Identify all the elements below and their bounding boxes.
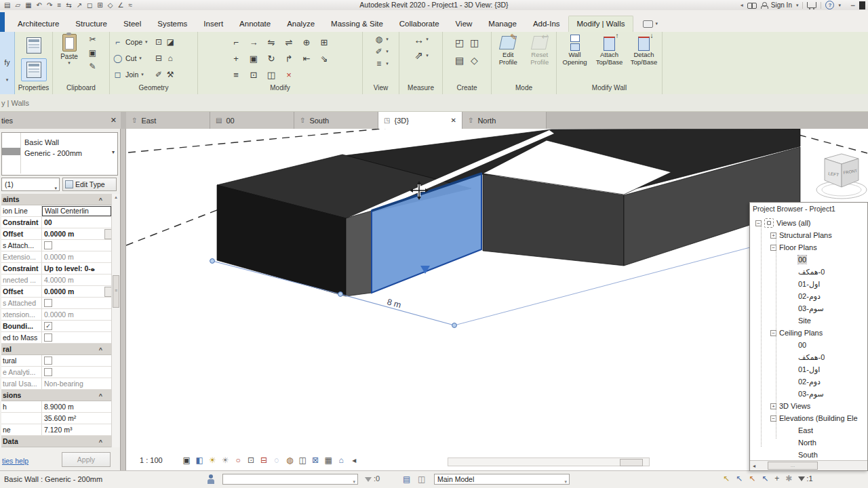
property-checkbox[interactable] bbox=[44, 299, 52, 307]
tree-item[interactable]: 02-دوم bbox=[750, 375, 867, 388]
properties-scrollbar[interactable]: ▴ ≡ bbox=[111, 194, 120, 447]
split-face-icon[interactable]: ⊟ bbox=[153, 53, 165, 64]
show-constraints-icon[interactable]: ⊠ bbox=[309, 455, 322, 465]
project-browser-title[interactable]: Project Browser - Project1 bbox=[750, 203, 867, 217]
view-tab[interactable]: ▤ 00 ✕ bbox=[210, 112, 294, 129]
instance-filter-dropdown[interactable]: (1) ▾ bbox=[1, 178, 60, 191]
property-value[interactable]: 0.0000 m bbox=[42, 252, 104, 262]
property-row[interactable]: Constraint Up to level: 0-ه bbox=[1, 263, 112, 274]
property-row[interactable]: ion Line Wall Centerlin bbox=[1, 205, 112, 217]
property-row[interactable]: Constraint 00 bbox=[1, 217, 112, 228]
qat-icon[interactable]: ∠ bbox=[117, 2, 123, 9]
array-icon[interactable]: ⊞ bbox=[319, 37, 330, 47]
copy-icon[interactable]: ▣ bbox=[248, 53, 260, 64]
tree-item-label[interactable]: Elevations (Building Ele bbox=[779, 414, 858, 422]
create-group-icon[interactable]: ◰ bbox=[454, 37, 465, 48]
edit-type-button[interactable]: Edit Type bbox=[62, 178, 117, 191]
type-selector[interactable]: Basic Wall Generic - 200mm ▾ bbox=[1, 132, 118, 176]
temporary-view-properties-icon[interactable]: ◫ bbox=[296, 455, 309, 465]
match-type-icon[interactable]: ✎ bbox=[87, 61, 98, 72]
drag-on-selection-icon[interactable]: + bbox=[774, 474, 779, 483]
tree-item-label[interactable]: Floor Plans bbox=[779, 243, 817, 251]
qat-icon[interactable]: ↶ bbox=[37, 2, 42, 9]
qat-icon[interactable]: ⇆ bbox=[66, 2, 71, 9]
property-value[interactable]: 7.120 m³ bbox=[42, 425, 104, 435]
create-similar-icon[interactable]: ◫ bbox=[469, 37, 480, 48]
tree-item[interactable]: 3D Views bbox=[750, 400, 867, 412]
analytical-icon[interactable]: ⌂ bbox=[335, 455, 348, 465]
property-row[interactable]: tural bbox=[1, 355, 112, 367]
tree-item-label[interactable]: 0-همکف bbox=[798, 353, 825, 362]
ribbon-tab[interactable]: View bbox=[448, 16, 481, 32]
ribbon-tab[interactable]: Architecture bbox=[9, 16, 67, 32]
dimension-value[interactable]: 8 m bbox=[386, 297, 402, 310]
offset-icon[interactable]: → bbox=[248, 37, 260, 47]
tree-item-label[interactable]: Views (all) bbox=[776, 219, 811, 227]
properties-help-link[interactable]: ties help bbox=[2, 457, 28, 465]
detach-top-base-button[interactable]: Detach Top/Base bbox=[629, 34, 659, 83]
thin-lines-icon[interactable]: ≡ ▾ bbox=[373, 58, 389, 69]
tree-item-label[interactable]: Ceiling Plans bbox=[779, 329, 823, 337]
tree-item[interactable]: 00 bbox=[750, 339, 867, 351]
tree-item[interactable]: Views (all) bbox=[750, 217, 867, 229]
tree-item-label[interactable]: 02-دوم bbox=[798, 378, 821, 386]
tree-item-label[interactable]: 3D Views bbox=[779, 402, 810, 410]
property-row[interactable]: s Attach... bbox=[1, 240, 112, 251]
help-dropdown-icon[interactable]: ▾ bbox=[838, 3, 841, 8]
qat-icon[interactable]: ⊞ bbox=[97, 2, 102, 9]
scroll-left-icon[interactable]: ◂ bbox=[750, 463, 758, 469]
canvas-horizontal-scrollbar[interactable] bbox=[448, 458, 650, 466]
sun-path-icon[interactable]: ☀ bbox=[206, 455, 219, 465]
qat-icon[interactable]: ◻ bbox=[87, 2, 92, 9]
tree-item[interactable]: East bbox=[750, 424, 867, 436]
measure-along-icon[interactable]: ⇗ ▾ bbox=[413, 50, 429, 61]
qat-icon[interactable]: ▱ bbox=[15, 2, 20, 9]
tree-item[interactable]: 03-سوم bbox=[750, 302, 867, 314]
tree-item-label[interactable]: 01-اول bbox=[798, 280, 820, 289]
property-row[interactable]: ral bbox=[1, 344, 112, 355]
type-selector-dropdown-icon[interactable]: ▾ bbox=[112, 149, 115, 155]
tree-item[interactable]: 02-دوم bbox=[750, 290, 867, 302]
attach-top-base-button[interactable]: Attach Top/Base bbox=[594, 34, 625, 83]
property-row[interactable]: ne 7.120 m³ bbox=[1, 424, 112, 436]
property-value[interactable]: 0.0000 m bbox=[42, 229, 104, 239]
qat-icon[interactable]: ≈ bbox=[128, 2, 132, 9]
tree-item-label[interactable]: South bbox=[798, 451, 818, 459]
property-value[interactable]: Up to level: 0-ه bbox=[42, 264, 104, 274]
cut-icon[interactable]: ✂ bbox=[87, 34, 98, 45]
view-tab[interactable]: ⇧ East ✕ bbox=[126, 112, 210, 129]
tree-item[interactable]: Floor Plans bbox=[750, 241, 867, 253]
ribbon-display-toggle[interactable]: ▾ bbox=[643, 16, 658, 32]
worksets-icon[interactable] bbox=[207, 474, 215, 484]
tree-item-label[interactable]: 03-سوم bbox=[798, 304, 824, 313]
property-checkbox[interactable] bbox=[44, 357, 52, 365]
property-value[interactable]: 8.9000 m bbox=[42, 402, 104, 412]
wall-opening-button[interactable]: Wall Opening bbox=[559, 34, 590, 83]
property-row[interactable]: xtension... 0.0000 m bbox=[1, 309, 112, 321]
scrollbar-thumb[interactable] bbox=[620, 459, 643, 466]
property-row[interactable]: nnected ... 4.0000 m bbox=[1, 274, 112, 286]
tree-item-label[interactable]: North bbox=[798, 439, 816, 447]
reset-profile-button[interactable]: Reset Profile bbox=[526, 34, 554, 83]
tree-item[interactable]: 01-اول bbox=[750, 363, 867, 375]
search-back-icon[interactable]: ◂ bbox=[741, 2, 743, 8]
design-option-dropdown[interactable]: Main Model ▾ bbox=[434, 474, 570, 485]
scale-button[interactable]: 1 : 100 bbox=[140, 456, 163, 464]
tree-item-label[interactable]: Structural Plans bbox=[779, 231, 832, 239]
ribbon-tab[interactable]: Structure bbox=[67, 16, 115, 32]
filters-gear-icon[interactable]: ✱ bbox=[785, 474, 792, 483]
select-by-face-icon[interactable]: ↖ bbox=[762, 474, 768, 483]
property-checkbox[interactable] bbox=[44, 241, 52, 249]
measure-between-icon[interactable]: ↔ ▾ bbox=[413, 34, 429, 45]
tree-item[interactable]: Ceiling Plans bbox=[750, 327, 867, 339]
ribbon-tab[interactable]: Insert bbox=[195, 16, 231, 32]
property-row[interactable]: Offset 0.0000 m bbox=[1, 286, 112, 298]
close-properties-icon[interactable]: ✕ bbox=[111, 116, 117, 125]
crop-view-icon[interactable]: ⊡ bbox=[245, 455, 258, 465]
tree-item-label[interactable]: East bbox=[798, 426, 813, 434]
qat-icon[interactable]: ◇ bbox=[108, 2, 113, 9]
property-row[interactable]: aints bbox=[1, 194, 112, 205]
ribbon-tab[interactable]: Collaborate bbox=[391, 16, 448, 32]
show-crop-icon[interactable]: ⊟ bbox=[258, 455, 271, 465]
ribbon-tab[interactable]: Analyze bbox=[279, 16, 323, 32]
